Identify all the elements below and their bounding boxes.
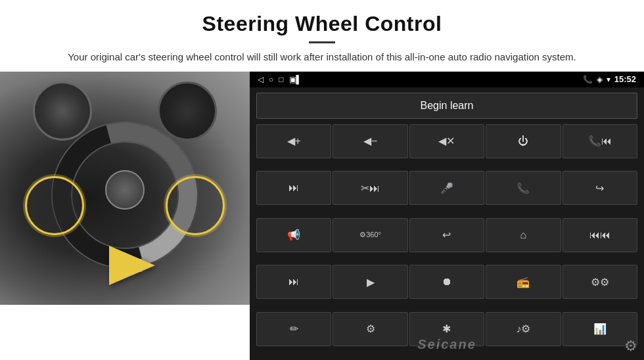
navigate-icon: ▶	[367, 276, 375, 288]
call-icon: 📞	[517, 182, 530, 194]
page-container: Steering Wheel Control Your original car…	[0, 0, 644, 360]
bluetooth-icon: ✱	[442, 323, 451, 335]
back-nav-button[interactable]: ↩	[409, 218, 484, 252]
phone-icon: 📞	[583, 75, 593, 84]
power-button[interactable]: ⏻	[486, 124, 561, 158]
gauge-right	[158, 81, 217, 141]
controls-grid: ◀+ ◀− ◀✕ ⏻ 📞⏮ ⏭ ✂⏭	[250, 123, 644, 361]
arrow-overlay	[109, 246, 188, 285]
skip-prev-icon: ⏮⏮	[589, 229, 610, 241]
status-left: ◁ ○ □ ▣▌	[258, 75, 302, 84]
source-icon: ⏺	[442, 276, 452, 288]
title-divider	[309, 41, 335, 43]
music-button[interactable]: ♪⚙	[486, 312, 561, 346]
bluetooth-button[interactable]: ✱	[409, 312, 484, 346]
vol-down-icon: ◀−	[363, 135, 377, 147]
camera-360-icon: ⚙360°	[359, 231, 381, 239]
vol-down-button[interactable]: ◀−	[333, 124, 407, 158]
edit-icon: ✏	[290, 323, 298, 335]
signal-icon: ▣▌	[289, 75, 302, 84]
mic-button[interactable]: 🎤	[409, 171, 484, 205]
edit-button[interactable]: ✏	[256, 312, 331, 346]
status-time: 15:52	[614, 74, 636, 84]
page-title: Steering Wheel Control	[39, 12, 605, 36]
skip-prev-button[interactable]: ⏮⏮	[563, 218, 637, 252]
status-icons-right: 📞 ◈ ▾ 15:52	[583, 74, 636, 84]
home-nav-button[interactable]: ⌂	[486, 218, 561, 252]
hangup-button[interactable]: ↪	[563, 171, 637, 205]
button-cluster-right	[166, 176, 225, 235]
skip-next2-button[interactable]: ⏭	[256, 265, 331, 299]
vol-up-button[interactable]: ◀+	[256, 124, 331, 158]
back-icon: ◁	[258, 75, 264, 84]
mute-button[interactable]: ◀✕	[409, 124, 484, 158]
eq-icon: ⚙⚙	[591, 276, 609, 288]
settings-icon: ⚙	[366, 323, 375, 335]
back-nav-icon: ↩	[442, 229, 451, 241]
button-cluster-left	[25, 176, 84, 235]
fast-forward-button[interactable]: ✂⏭	[333, 171, 407, 205]
gear-icon: ⚙	[624, 338, 637, 354]
vol-up-icon: ◀+	[287, 135, 301, 147]
mute-icon: ◀✕	[438, 135, 455, 147]
gauge-left	[33, 81, 92, 141]
begin-learn-button[interactable]: Begin learn	[256, 93, 637, 119]
horn-icon: 📢	[287, 229, 300, 241]
music-icon: ♪⚙	[516, 323, 530, 335]
steering-wheel-hub	[105, 170, 145, 210]
status-bar: ◁ ○ □ ▣▌ 📞 ◈ ▾ 15:52	[250, 72, 644, 87]
recents-icon: □	[279, 75, 283, 84]
subtitle: Your original car's steering wheel contr…	[66, 50, 578, 65]
location-icon: ◈	[597, 75, 603, 84]
radio-button[interactable]: 📻	[486, 265, 561, 299]
sw-background	[0, 72, 250, 305]
header-section: Steering Wheel Control Your original car…	[0, 0, 644, 72]
source-button[interactable]: ⏺	[409, 265, 484, 299]
skip-next-button[interactable]: ⏭	[256, 171, 331, 205]
eq-button[interactable]: ⚙⚙	[563, 265, 637, 299]
wifi-icon: ▾	[607, 75, 610, 84]
home-nav-icon: ⌂	[520, 229, 527, 241]
android-panel: ◁ ○ □ ▣▌ 📞 ◈ ▾ 15:52 Begin learn	[250, 72, 644, 361]
arrow-head	[109, 246, 155, 285]
phone-prev-icon: 📞⏮	[588, 135, 612, 147]
skip-next2-icon: ⏭	[288, 276, 299, 288]
radio-icon: 📻	[517, 276, 530, 288]
navigate-button[interactable]: ▶	[333, 265, 407, 299]
gear-corner-button[interactable]: ⚙	[624, 338, 637, 355]
content-area: ◁ ○ □ ▣▌ 📞 ◈ ▾ 15:52 Begin learn	[0, 72, 644, 361]
horn-button[interactable]: 📢	[256, 218, 331, 252]
mic-icon: 🎤	[440, 182, 453, 194]
begin-learn-row: Begin learn	[250, 87, 644, 123]
power-icon: ⏻	[518, 135, 528, 147]
hangup-icon: ↪	[595, 182, 604, 194]
home-circle-icon: ○	[269, 75, 273, 84]
skip-next-icon: ⏭	[288, 182, 299, 194]
camera-360-button[interactable]: ⚙360°	[333, 218, 407, 252]
equalizer-icon: 📊	[593, 323, 607, 335]
steering-photo	[0, 72, 250, 305]
prev-call-button[interactable]: 📞⏮	[563, 124, 637, 158]
fast-forward-icon: ✂⏭	[361, 182, 380, 194]
call-button[interactable]: 📞	[486, 171, 561, 205]
settings-button[interactable]: ⚙	[333, 312, 407, 346]
